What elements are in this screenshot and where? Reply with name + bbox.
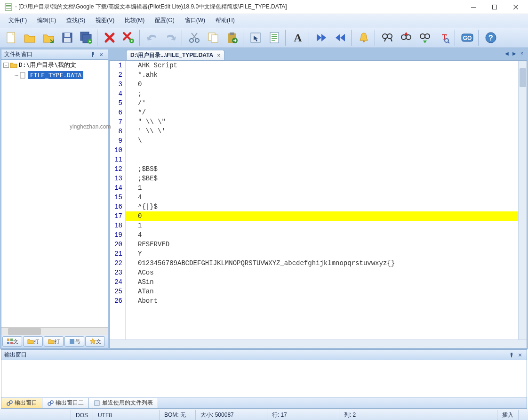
bell-icon[interactable] <box>355 29 373 47</box>
font-icon[interactable]: A <box>289 29 307 47</box>
menu-search[interactable]: 查找(S) <box>62 15 90 26</box>
status-bom: BOM: 无 <box>159 410 191 420</box>
code-line[interactable]: 0 <box>126 211 518 221</box>
menu-help[interactable]: 帮助(H) <box>211 15 240 26</box>
code-line[interactable]: Abort <box>126 296 518 306</box>
find-icon[interactable] <box>378 29 396 47</box>
code-area[interactable]: AHK Script*.ahk0;/**/" \\ \"' \\ \'\;$BS… <box>126 61 518 339</box>
file-tree[interactable]: − D:\用户目录\我的文 ⋯ FILE_TYPE.DATA <box>1 60 108 327</box>
go-icon[interactable]: GO <box>458 29 476 47</box>
code-line[interactable]: 1 <box>126 183 518 193</box>
code-line[interactable]: ACos <box>126 268 518 277</box>
editor-body[interactable]: 1234567891011121314151617181920212223242… <box>110 61 527 339</box>
code-line[interactable]: RESERVED <box>126 240 518 249</box>
delete-icon[interactable] <box>101 29 119 47</box>
code-line[interactable]: ' \\ \' <box>126 127 518 136</box>
code-line[interactable] <box>126 145 518 155</box>
help-icon[interactable]: ? <box>482 29 500 47</box>
code-line[interactable]: " \\ \" <box>126 117 518 127</box>
code-line[interactable]: 4 <box>126 193 518 202</box>
menu-window[interactable]: 窗口(W) <box>180 15 210 26</box>
left-tab-5[interactable]: 文 <box>85 336 105 347</box>
code-line[interactable]: */ <box>126 108 518 117</box>
resize-grip-icon[interactable] <box>518 410 528 420</box>
copy-icon[interactable] <box>204 29 222 47</box>
file-tab[interactable]: D:\用户目录...\FILE_TYPE.DATA × <box>126 50 224 60</box>
find-next-icon[interactable] <box>416 29 434 47</box>
code-line[interactable] <box>126 155 518 164</box>
svg-point-28 <box>363 40 365 42</box>
save-icon[interactable] <box>58 29 76 47</box>
code-line[interactable]: ; <box>126 89 518 98</box>
output-body[interactable] <box>1 360 527 397</box>
output-tab-1[interactable]: 输出窗口 <box>1 398 42 408</box>
code-line[interactable]: ASin <box>126 277 518 287</box>
tab-next-icon[interactable]: ▶ <box>511 50 518 57</box>
menu-file[interactable]: 文件(F) <box>4 15 32 26</box>
tab-close-icon[interactable]: × <box>217 52 220 59</box>
find-prev-icon[interactable] <box>397 29 415 47</box>
redo-icon[interactable] <box>162 29 180 47</box>
prev-icon[interactable] <box>331 29 349 47</box>
maximize-button[interactable] <box>484 0 505 14</box>
code-line[interactable]: 0 <box>126 80 518 89</box>
delete-add-icon[interactable] <box>120 29 137 47</box>
undo-icon[interactable] <box>143 29 161 47</box>
svg-point-52 <box>9 401 12 404</box>
document-list-icon[interactable] <box>265 29 283 47</box>
left-tab-4[interactable]: 号 <box>64 336 84 347</box>
code-line[interactable]: ;$BE$ <box>126 174 518 183</box>
output-close-icon[interactable]: × <box>516 351 524 359</box>
tab-prev-icon[interactable]: ◀ <box>504 50 510 57</box>
code-line[interactable]: ;$BS$ <box>126 164 518 174</box>
svg-rect-23 <box>272 34 277 35</box>
text-search-icon[interactable]: T <box>435 29 453 47</box>
pin-icon[interactable] <box>89 51 96 58</box>
menu-compare[interactable]: 比较(M) <box>120 15 149 26</box>
tree-file[interactable]: ⋯ FILE_TYPE.DATA <box>1 70 108 80</box>
svg-rect-6 <box>7 32 15 43</box>
output-tab-3[interactable]: 最近使用的文件列表 <box>89 398 158 408</box>
close-panel-icon[interactable]: × <box>97 51 105 58</box>
output-pin-icon[interactable] <box>508 351 515 359</box>
next-icon[interactable] <box>312 29 330 47</box>
menu-config[interactable]: 配置(G) <box>150 15 179 26</box>
open-folder-arrow-icon[interactable] <box>40 29 57 47</box>
svg-rect-2 <box>6 7 11 7</box>
code-line[interactable]: /* <box>126 98 518 108</box>
code-line[interactable]: 4 <box>126 230 518 240</box>
code-line[interactable]: ^{|}$ <box>126 202 518 211</box>
v-scrollbar[interactable] <box>518 61 527 339</box>
minimize-button[interactable] <box>463 0 484 14</box>
code-line[interactable]: 0123456789ABCDEFGHIJKLMNOPQRSTUVWXYZ_abc… <box>126 258 518 268</box>
paste-icon[interactable] <box>223 29 241 47</box>
code-line[interactable]: \ <box>126 136 518 145</box>
output-tab-2[interactable]: 输出窗口二 <box>42 398 89 408</box>
code-line[interactable]: 1 <box>126 221 518 230</box>
tree-root[interactable]: − D:\用户目录\我的文 <box>1 60 108 70</box>
tree-h-scrollbar[interactable] <box>1 327 108 335</box>
close-button[interactable] <box>505 0 526 14</box>
svg-rect-25 <box>272 38 277 39</box>
save-all-icon[interactable] <box>77 29 95 47</box>
status-charset: UTF8 <box>93 410 117 420</box>
left-tab-2[interactable]: 打 <box>23 336 43 347</box>
left-tab-1[interactable]: 文 <box>2 336 22 347</box>
open-folder-icon[interactable] <box>21 29 39 47</box>
cut-icon[interactable] <box>185 29 203 47</box>
tab-close-all-icon[interactable]: × <box>519 50 525 57</box>
expand-minus-icon[interactable]: − <box>3 63 9 68</box>
new-file-icon[interactable] <box>2 29 20 47</box>
code-line[interactable]: Y <box>126 249 518 258</box>
code-line[interactable]: ATan <box>126 287 518 296</box>
code-line[interactable]: *.ahk <box>126 70 518 80</box>
code-line[interactable]: AHK Script <box>126 61 518 70</box>
select-cursor-icon[interactable] <box>247 29 264 47</box>
menu-view[interactable]: 视图(V) <box>91 15 119 26</box>
svg-rect-22 <box>270 32 279 43</box>
h-scrollbar[interactable] <box>110 339 527 348</box>
menu-edit[interactable]: 编辑(E) <box>32 15 61 26</box>
left-tab-3[interactable]: 打 <box>44 336 64 347</box>
editor-frame: 1234567891011121314151617181920212223242… <box>109 60 527 348</box>
svg-rect-17 <box>211 35 218 42</box>
